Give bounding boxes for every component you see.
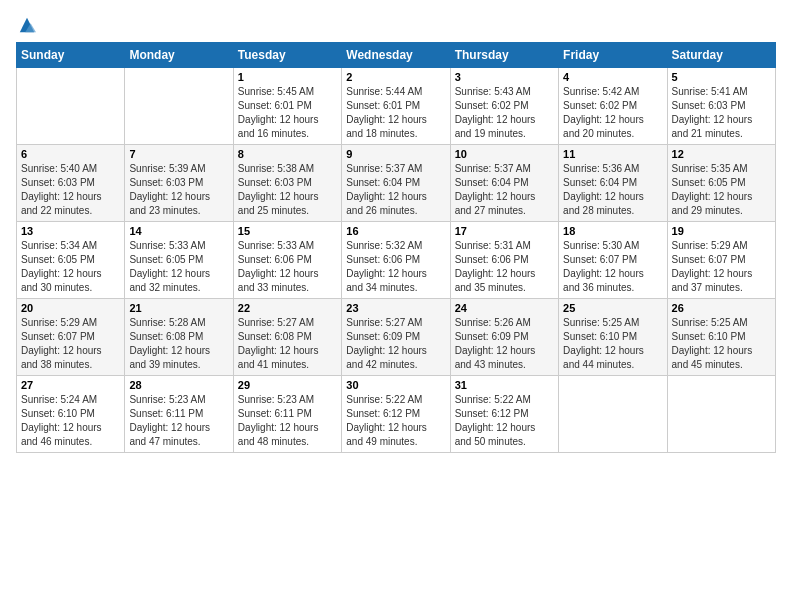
day-info: Sunrise: 5:27 AMSunset: 6:09 PMDaylight:… (346, 316, 445, 372)
calendar-day-header: Thursday (450, 43, 558, 68)
calendar-week-row: 27Sunrise: 5:24 AMSunset: 6:10 PMDayligh… (17, 376, 776, 453)
calendar-body: 1Sunrise: 5:45 AMSunset: 6:01 PMDaylight… (17, 68, 776, 453)
calendar-table: SundayMondayTuesdayWednesdayThursdayFrid… (16, 42, 776, 453)
day-info: Sunrise: 5:39 AMSunset: 6:03 PMDaylight:… (129, 162, 228, 218)
calendar-header-row: SundayMondayTuesdayWednesdayThursdayFrid… (17, 43, 776, 68)
day-info: Sunrise: 5:29 AMSunset: 6:07 PMDaylight:… (672, 239, 771, 295)
day-info: Sunrise: 5:38 AMSunset: 6:03 PMDaylight:… (238, 162, 337, 218)
calendar-week-row: 13Sunrise: 5:34 AMSunset: 6:05 PMDayligh… (17, 222, 776, 299)
calendar-cell: 18Sunrise: 5:30 AMSunset: 6:07 PMDayligh… (559, 222, 667, 299)
day-number: 18 (563, 225, 662, 237)
day-number: 20 (21, 302, 120, 314)
day-number: 29 (238, 379, 337, 391)
calendar-cell (125, 68, 233, 145)
calendar-cell: 21Sunrise: 5:28 AMSunset: 6:08 PMDayligh… (125, 299, 233, 376)
day-info: Sunrise: 5:34 AMSunset: 6:05 PMDaylight:… (21, 239, 120, 295)
day-number: 13 (21, 225, 120, 237)
day-number: 19 (672, 225, 771, 237)
calendar-cell: 15Sunrise: 5:33 AMSunset: 6:06 PMDayligh… (233, 222, 341, 299)
day-info: Sunrise: 5:25 AMSunset: 6:10 PMDaylight:… (563, 316, 662, 372)
day-number: 23 (346, 302, 445, 314)
day-info: Sunrise: 5:22 AMSunset: 6:12 PMDaylight:… (455, 393, 554, 449)
calendar-week-row: 20Sunrise: 5:29 AMSunset: 6:07 PMDayligh… (17, 299, 776, 376)
calendar-day-header: Tuesday (233, 43, 341, 68)
day-info: Sunrise: 5:33 AMSunset: 6:06 PMDaylight:… (238, 239, 337, 295)
day-info: Sunrise: 5:41 AMSunset: 6:03 PMDaylight:… (672, 85, 771, 141)
day-number: 5 (672, 71, 771, 83)
calendar-cell: 13Sunrise: 5:34 AMSunset: 6:05 PMDayligh… (17, 222, 125, 299)
calendar-cell: 11Sunrise: 5:36 AMSunset: 6:04 PMDayligh… (559, 145, 667, 222)
day-info: Sunrise: 5:37 AMSunset: 6:04 PMDaylight:… (346, 162, 445, 218)
day-info: Sunrise: 5:35 AMSunset: 6:05 PMDaylight:… (672, 162, 771, 218)
day-info: Sunrise: 5:27 AMSunset: 6:08 PMDaylight:… (238, 316, 337, 372)
calendar-week-row: 6Sunrise: 5:40 AMSunset: 6:03 PMDaylight… (17, 145, 776, 222)
logo (16, 16, 36, 30)
calendar-cell: 26Sunrise: 5:25 AMSunset: 6:10 PMDayligh… (667, 299, 775, 376)
calendar-cell: 14Sunrise: 5:33 AMSunset: 6:05 PMDayligh… (125, 222, 233, 299)
day-info: Sunrise: 5:22 AMSunset: 6:12 PMDaylight:… (346, 393, 445, 449)
day-info: Sunrise: 5:44 AMSunset: 6:01 PMDaylight:… (346, 85, 445, 141)
calendar-cell: 19Sunrise: 5:29 AMSunset: 6:07 PMDayligh… (667, 222, 775, 299)
calendar-cell: 30Sunrise: 5:22 AMSunset: 6:12 PMDayligh… (342, 376, 450, 453)
day-info: Sunrise: 5:45 AMSunset: 6:01 PMDaylight:… (238, 85, 337, 141)
calendar-week-row: 1Sunrise: 5:45 AMSunset: 6:01 PMDaylight… (17, 68, 776, 145)
day-info: Sunrise: 5:29 AMSunset: 6:07 PMDaylight:… (21, 316, 120, 372)
logo-icon (18, 16, 36, 34)
day-number: 7 (129, 148, 228, 160)
day-info: Sunrise: 5:24 AMSunset: 6:10 PMDaylight:… (21, 393, 120, 449)
day-number: 2 (346, 71, 445, 83)
calendar-day-header: Friday (559, 43, 667, 68)
day-info: Sunrise: 5:42 AMSunset: 6:02 PMDaylight:… (563, 85, 662, 141)
day-number: 8 (238, 148, 337, 160)
calendar-cell: 24Sunrise: 5:26 AMSunset: 6:09 PMDayligh… (450, 299, 558, 376)
page-header (16, 16, 776, 30)
day-number: 11 (563, 148, 662, 160)
day-number: 10 (455, 148, 554, 160)
day-number: 28 (129, 379, 228, 391)
calendar-cell: 28Sunrise: 5:23 AMSunset: 6:11 PMDayligh… (125, 376, 233, 453)
day-number: 3 (455, 71, 554, 83)
calendar-cell: 7Sunrise: 5:39 AMSunset: 6:03 PMDaylight… (125, 145, 233, 222)
day-info: Sunrise: 5:43 AMSunset: 6:02 PMDaylight:… (455, 85, 554, 141)
calendar-cell: 31Sunrise: 5:22 AMSunset: 6:12 PMDayligh… (450, 376, 558, 453)
calendar-cell: 16Sunrise: 5:32 AMSunset: 6:06 PMDayligh… (342, 222, 450, 299)
calendar-cell: 9Sunrise: 5:37 AMSunset: 6:04 PMDaylight… (342, 145, 450, 222)
day-number: 16 (346, 225, 445, 237)
day-number: 6 (21, 148, 120, 160)
day-number: 9 (346, 148, 445, 160)
day-number: 1 (238, 71, 337, 83)
day-info: Sunrise: 5:31 AMSunset: 6:06 PMDaylight:… (455, 239, 554, 295)
calendar-cell: 12Sunrise: 5:35 AMSunset: 6:05 PMDayligh… (667, 145, 775, 222)
calendar-cell: 2Sunrise: 5:44 AMSunset: 6:01 PMDaylight… (342, 68, 450, 145)
day-number: 14 (129, 225, 228, 237)
calendar-cell: 23Sunrise: 5:27 AMSunset: 6:09 PMDayligh… (342, 299, 450, 376)
day-number: 27 (21, 379, 120, 391)
calendar-cell (667, 376, 775, 453)
day-info: Sunrise: 5:28 AMSunset: 6:08 PMDaylight:… (129, 316, 228, 372)
day-number: 4 (563, 71, 662, 83)
day-info: Sunrise: 5:23 AMSunset: 6:11 PMDaylight:… (238, 393, 337, 449)
day-info: Sunrise: 5:33 AMSunset: 6:05 PMDaylight:… (129, 239, 228, 295)
day-info: Sunrise: 5:23 AMSunset: 6:11 PMDaylight:… (129, 393, 228, 449)
calendar-cell: 20Sunrise: 5:29 AMSunset: 6:07 PMDayligh… (17, 299, 125, 376)
calendar-day-header: Sunday (17, 43, 125, 68)
calendar-cell: 10Sunrise: 5:37 AMSunset: 6:04 PMDayligh… (450, 145, 558, 222)
calendar-cell (559, 376, 667, 453)
day-number: 30 (346, 379, 445, 391)
day-number: 31 (455, 379, 554, 391)
calendar-cell: 4Sunrise: 5:42 AMSunset: 6:02 PMDaylight… (559, 68, 667, 145)
day-info: Sunrise: 5:36 AMSunset: 6:04 PMDaylight:… (563, 162, 662, 218)
day-info: Sunrise: 5:40 AMSunset: 6:03 PMDaylight:… (21, 162, 120, 218)
day-info: Sunrise: 5:37 AMSunset: 6:04 PMDaylight:… (455, 162, 554, 218)
day-number: 12 (672, 148, 771, 160)
day-number: 21 (129, 302, 228, 314)
calendar-cell: 22Sunrise: 5:27 AMSunset: 6:08 PMDayligh… (233, 299, 341, 376)
calendar-cell: 6Sunrise: 5:40 AMSunset: 6:03 PMDaylight… (17, 145, 125, 222)
day-info: Sunrise: 5:32 AMSunset: 6:06 PMDaylight:… (346, 239, 445, 295)
day-number: 26 (672, 302, 771, 314)
day-info: Sunrise: 5:25 AMSunset: 6:10 PMDaylight:… (672, 316, 771, 372)
day-number: 25 (563, 302, 662, 314)
day-number: 17 (455, 225, 554, 237)
calendar-day-header: Monday (125, 43, 233, 68)
calendar-cell: 27Sunrise: 5:24 AMSunset: 6:10 PMDayligh… (17, 376, 125, 453)
